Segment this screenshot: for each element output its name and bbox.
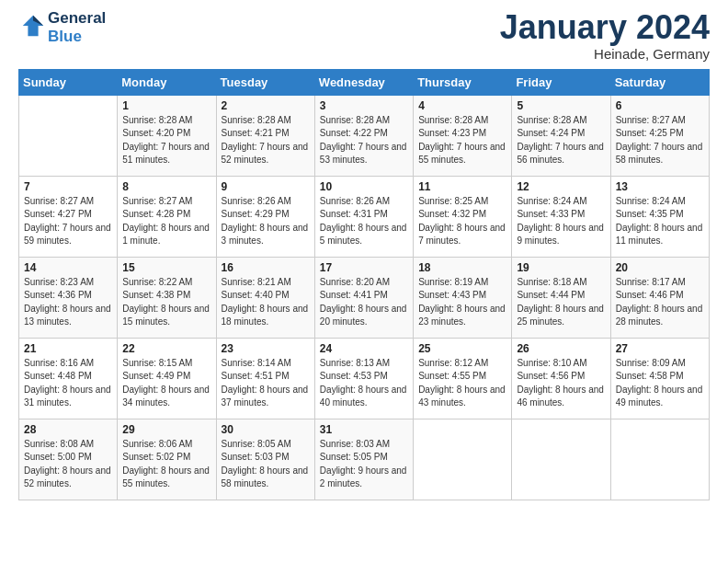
title-block: January 2024 Heinade, Germany: [500, 9, 710, 62]
cell-info: Sunrise: 8:16 AMSunset: 4:48 PMDaylight:…: [24, 357, 112, 410]
logo-general: General: [48, 9, 106, 28]
calendar-cell: 23Sunrise: 8:14 AMSunset: 4:51 PMDayligh…: [216, 338, 314, 419]
cell-info: Sunrise: 8:22 AMSunset: 4:38 PMDaylight:…: [122, 276, 210, 329]
calendar-cell: 17Sunrise: 8:20 AMSunset: 4:41 PMDayligh…: [314, 257, 413, 338]
location: Heinade, Germany: [500, 46, 710, 62]
calendar-cell: 30Sunrise: 8:05 AMSunset: 5:03 PMDayligh…: [216, 419, 314, 500]
week-row-4: 21Sunrise: 8:16 AMSunset: 4:48 PMDayligh…: [19, 338, 710, 419]
logo-blue: Blue: [48, 28, 106, 46]
cell-info: Sunrise: 8:27 AMSunset: 4:27 PMDaylight:…: [24, 195, 112, 248]
header-sunday: Sunday: [19, 69, 118, 95]
day-number: 3: [320, 99, 408, 112]
cell-info: Sunrise: 8:19 AMSunset: 4:43 PMDaylight:…: [418, 276, 506, 329]
cell-info: Sunrise: 8:23 AMSunset: 4:36 PMDaylight:…: [24, 276, 112, 329]
day-number: 17: [320, 261, 408, 274]
header-wednesday: Wednesday: [314, 69, 413, 95]
cell-info: Sunrise: 8:15 AMSunset: 4:49 PMDaylight:…: [122, 357, 210, 410]
calendar-cell: 11Sunrise: 8:25 AMSunset: 4:32 PMDayligh…: [414, 176, 512, 257]
day-number: 29: [122, 423, 210, 436]
cell-info: Sunrise: 8:17 AMSunset: 4:46 PMDaylight:…: [616, 276, 704, 329]
cell-info: Sunrise: 8:05 AMSunset: 5:03 PMDaylight:…: [222, 438, 310, 491]
logo: General Blue: [18, 9, 106, 47]
day-number: 26: [517, 342, 605, 355]
calendar-cell: 20Sunrise: 8:17 AMSunset: 4:46 PMDayligh…: [610, 257, 709, 338]
header-thursday: Thursday: [414, 69, 512, 95]
cell-info: Sunrise: 8:28 AMSunset: 4:20 PMDaylight:…: [122, 114, 210, 167]
calendar-cell: 27Sunrise: 8:09 AMSunset: 4:58 PMDayligh…: [610, 338, 709, 419]
week-row-2: 7Sunrise: 8:27 AMSunset: 4:27 PMDaylight…: [19, 176, 710, 257]
cell-info: Sunrise: 8:13 AMSunset: 4:53 PMDaylight:…: [320, 357, 408, 410]
day-number: 14: [24, 261, 112, 274]
cell-info: Sunrise: 8:28 AMSunset: 4:21 PMDaylight:…: [222, 114, 310, 167]
cell-info: Sunrise: 8:27 AMSunset: 4:28 PMDaylight:…: [122, 195, 210, 248]
day-number: 4: [418, 99, 506, 112]
logo-icon: [20, 13, 46, 39]
calendar-header-row: SundayMondayTuesdayWednesdayThursdayFrid…: [19, 69, 710, 95]
cell-info: Sunrise: 8:27 AMSunset: 4:25 PMDaylight:…: [616, 114, 704, 167]
calendar-cell: 22Sunrise: 8:15 AMSunset: 4:49 PMDayligh…: [118, 338, 216, 419]
cell-info: Sunrise: 8:26 AMSunset: 4:31 PMDaylight:…: [320, 195, 408, 248]
calendar-table: SundayMondayTuesdayWednesdayThursdayFrid…: [18, 69, 710, 500]
day-number: 21: [24, 342, 112, 355]
calendar-cell: 18Sunrise: 8:19 AMSunset: 4:43 PMDayligh…: [414, 257, 512, 338]
cell-info: Sunrise: 8:26 AMSunset: 4:29 PMDaylight:…: [222, 195, 310, 248]
header-tuesday: Tuesday: [216, 69, 314, 95]
day-number: 2: [222, 99, 310, 112]
header-friday: Friday: [512, 69, 610, 95]
day-number: 23: [222, 342, 310, 355]
calendar-cell: 4Sunrise: 8:28 AMSunset: 4:23 PMDaylight…: [414, 95, 512, 176]
cell-info: Sunrise: 8:24 AMSunset: 4:35 PMDaylight:…: [616, 195, 704, 248]
cell-info: Sunrise: 8:06 AMSunset: 5:02 PMDaylight:…: [122, 438, 210, 491]
calendar-cell: 31Sunrise: 8:03 AMSunset: 5:05 PMDayligh…: [314, 419, 413, 500]
month-title: January 2024: [500, 9, 710, 46]
cell-info: Sunrise: 8:24 AMSunset: 4:33 PMDaylight:…: [517, 195, 605, 248]
calendar-cell: 3Sunrise: 8:28 AMSunset: 4:22 PMDaylight…: [314, 95, 413, 176]
cell-info: Sunrise: 8:14 AMSunset: 4:51 PMDaylight:…: [222, 357, 310, 410]
calendar-cell: 21Sunrise: 8:16 AMSunset: 4:48 PMDayligh…: [19, 338, 118, 419]
day-number: 25: [418, 342, 506, 355]
calendar-cell: 16Sunrise: 8:21 AMSunset: 4:40 PMDayligh…: [216, 257, 314, 338]
calendar-cell: 2Sunrise: 8:28 AMSunset: 4:21 PMDaylight…: [216, 95, 314, 176]
calendar-cell: 19Sunrise: 8:18 AMSunset: 4:44 PMDayligh…: [512, 257, 610, 338]
cell-info: Sunrise: 8:08 AMSunset: 5:00 PMDaylight:…: [24, 438, 112, 491]
calendar-cell: [414, 419, 512, 500]
cell-info: Sunrise: 8:21 AMSunset: 4:40 PMDaylight:…: [222, 276, 310, 329]
week-row-5: 28Sunrise: 8:08 AMSunset: 5:00 PMDayligh…: [19, 419, 710, 500]
day-number: 1: [122, 99, 210, 112]
day-number: 5: [517, 99, 605, 112]
calendar-cell: 1Sunrise: 8:28 AMSunset: 4:20 PMDaylight…: [118, 95, 216, 176]
cell-info: Sunrise: 8:28 AMSunset: 4:22 PMDaylight:…: [320, 114, 408, 167]
day-number: 28: [24, 423, 112, 436]
calendar-cell: 15Sunrise: 8:22 AMSunset: 4:38 PMDayligh…: [118, 257, 216, 338]
day-number: 11: [418, 180, 506, 193]
cell-info: Sunrise: 8:03 AMSunset: 5:05 PMDaylight:…: [320, 438, 408, 491]
calendar-cell: [19, 95, 118, 176]
calendar-cell: 6Sunrise: 8:27 AMSunset: 4:25 PMDaylight…: [610, 95, 709, 176]
day-number: 6: [616, 99, 704, 112]
cell-info: Sunrise: 8:10 AMSunset: 4:56 PMDaylight:…: [517, 357, 605, 410]
day-number: 27: [616, 342, 704, 355]
week-row-3: 14Sunrise: 8:23 AMSunset: 4:36 PMDayligh…: [19, 257, 710, 338]
day-number: 19: [517, 261, 605, 274]
calendar-cell: 14Sunrise: 8:23 AMSunset: 4:36 PMDayligh…: [19, 257, 118, 338]
page-header: General Blue January 2024 Heinade, Germa…: [18, 9, 710, 62]
cell-info: Sunrise: 8:18 AMSunset: 4:44 PMDaylight:…: [517, 276, 605, 329]
day-number: 24: [320, 342, 408, 355]
cell-info: Sunrise: 8:28 AMSunset: 4:24 PMDaylight:…: [517, 114, 605, 167]
header-saturday: Saturday: [610, 69, 709, 95]
cell-info: Sunrise: 8:20 AMSunset: 4:41 PMDaylight:…: [320, 276, 408, 329]
day-number: 9: [222, 180, 310, 193]
calendar-cell: [512, 419, 610, 500]
day-number: 16: [222, 261, 310, 274]
header-monday: Monday: [118, 69, 216, 95]
calendar-cell: 10Sunrise: 8:26 AMSunset: 4:31 PMDayligh…: [314, 176, 413, 257]
day-number: 7: [24, 180, 112, 193]
day-number: 22: [122, 342, 210, 355]
cell-info: Sunrise: 8:28 AMSunset: 4:23 PMDaylight:…: [418, 114, 506, 167]
calendar-cell: 5Sunrise: 8:28 AMSunset: 4:24 PMDaylight…: [512, 95, 610, 176]
day-number: 30: [222, 423, 310, 436]
calendar-cell: 8Sunrise: 8:27 AMSunset: 4:28 PMDaylight…: [118, 176, 216, 257]
calendar-cell: 25Sunrise: 8:12 AMSunset: 4:55 PMDayligh…: [414, 338, 512, 419]
day-number: 15: [122, 261, 210, 274]
cell-info: Sunrise: 8:25 AMSunset: 4:32 PMDaylight:…: [418, 195, 506, 248]
